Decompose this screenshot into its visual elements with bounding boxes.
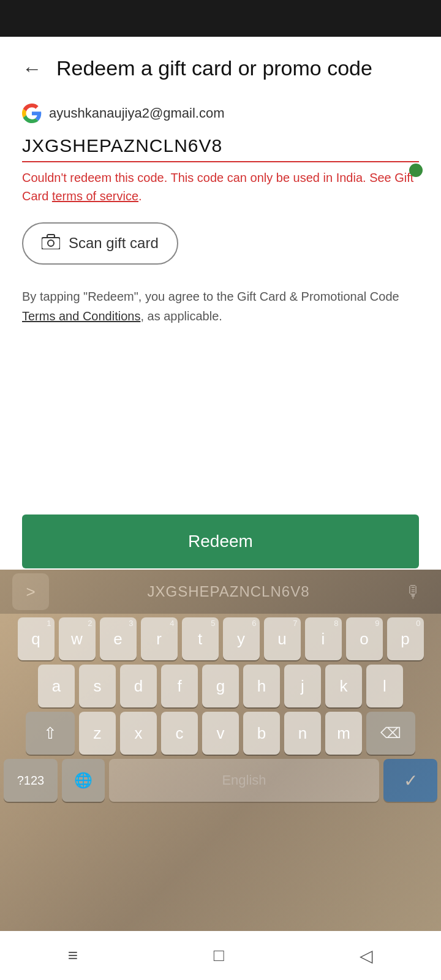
shift-key[interactable]: ⇧ <box>26 712 75 755</box>
key-e[interactable]: 3e <box>100 617 137 660</box>
status-bar <box>0 0 441 37</box>
cursor-indicator <box>409 164 423 177</box>
numbers-key[interactable]: ?123 <box>4 759 58 802</box>
key-d[interactable]: d <box>120 665 157 707</box>
svg-point-1 <box>48 240 54 246</box>
key-p[interactable]: 0p <box>387 617 424 660</box>
google-logo <box>22 104 42 123</box>
key-v[interactable]: v <box>202 712 239 755</box>
key-w[interactable]: 2w <box>59 617 96 660</box>
terms-text: By tapping "Redeem", you agree to the Gi… <box>22 287 419 326</box>
terms-and-conditions-link[interactable]: Terms and Conditions <box>22 309 140 323</box>
page-title: Redeem a gift card or promo code <box>56 55 372 81</box>
key-y[interactable]: 6y <box>223 617 260 660</box>
key-g[interactable]: g <box>202 665 239 707</box>
key-q[interactable]: 1q <box>18 617 55 660</box>
keyboard-area: > JXGSHEPAZNCLN6V8 🎙 1q 2w 3e 4r 5t 6y 7… <box>0 570 441 931</box>
account-row: ayushkanaujiya2@gmail.com <box>22 104 419 123</box>
key-z[interactable]: z <box>79 712 116 755</box>
key-n[interactable]: n <box>284 712 321 755</box>
nav-bar: ≡ □ ◁ <box>0 931 441 980</box>
key-u[interactable]: 7u <box>264 617 301 660</box>
keyboard-row-2: a s d f g h j k l <box>4 665 437 707</box>
page-content: ← Redeem a gift card or promo code ayush… <box>0 37 441 570</box>
key-x[interactable]: x <box>120 712 157 755</box>
key-f[interactable]: f <box>161 665 198 707</box>
back-nav-icon[interactable]: ◁ <box>360 946 373 966</box>
keyboard-row-3: ⇧ z x c v b n m ⌫ <box>4 712 437 755</box>
terms-of-service-link[interactable]: terms of service <box>52 189 138 203</box>
key-o[interactable]: 9o <box>346 617 383 660</box>
error-message: Couldn't redeem this code. This code can… <box>22 168 419 205</box>
backspace-key[interactable]: ⌫ <box>366 712 415 755</box>
code-input-wrapper <box>22 135 419 162</box>
camera-icon <box>42 233 60 254</box>
key-s[interactable]: s <box>79 665 116 707</box>
svg-rect-2 <box>47 235 55 238</box>
back-button[interactable]: ← <box>22 58 42 80</box>
key-m[interactable]: m <box>325 712 362 755</box>
globe-key[interactable]: 🌐 <box>62 759 105 802</box>
key-t[interactable]: 5t <box>182 617 219 660</box>
key-l[interactable]: l <box>366 665 403 707</box>
key-h[interactable]: h <box>243 665 280 707</box>
key-i[interactable]: 8i <box>305 617 342 660</box>
home-nav-icon[interactable]: □ <box>214 946 224 965</box>
scan-gift-card-button[interactable]: Scan gift card <box>22 222 178 265</box>
key-r[interactable]: 4r <box>141 617 178 660</box>
gift-code-input[interactable] <box>22 135 419 162</box>
redeem-button[interactable]: Redeem <box>22 514 419 568</box>
key-c[interactable]: c <box>161 712 198 755</box>
key-k[interactable]: k <box>325 665 362 707</box>
key-j[interactable]: j <box>284 665 321 707</box>
svg-rect-0 <box>42 238 60 249</box>
key-a[interactable]: a <box>38 665 75 707</box>
account-email: ayushkanaujiya2@gmail.com <box>49 105 224 121</box>
menu-nav-icon[interactable]: ≡ <box>68 946 78 965</box>
header: ← Redeem a gift card or promo code <box>22 55 419 81</box>
scan-label: Scan gift card <box>69 235 159 252</box>
key-b[interactable]: b <box>243 712 280 755</box>
